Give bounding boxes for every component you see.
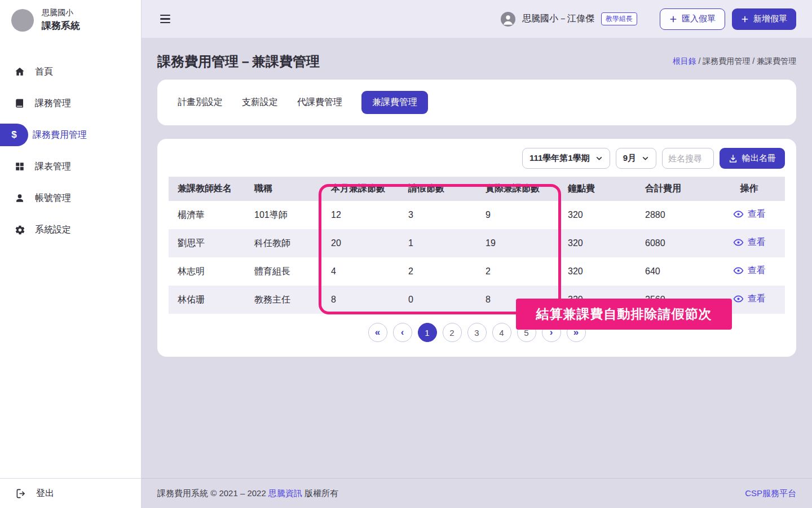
add-leave-label: 新增假單 (753, 14, 787, 24)
plus-icon (669, 15, 677, 23)
actual-periods: 19 (476, 229, 559, 257)
col-job-title: 職稱 (245, 177, 322, 201)
gear-icon (14, 224, 26, 236)
tab-plan-settings[interactable]: 計畫別設定 (178, 91, 223, 114)
monthly-periods: 8 (322, 286, 399, 314)
export-roster-button[interactable]: 輸出名冊 (720, 148, 785, 169)
brand-system: 課務系統 (42, 19, 80, 32)
col-teacher-name: 兼課教師姓名 (169, 177, 245, 201)
semester-value: 111學年第1學期 (529, 153, 590, 164)
add-leave-button[interactable]: 新增假單 (732, 8, 796, 30)
pagination-page-5[interactable]: 5 (517, 323, 536, 342)
monthly-periods: 12 (322, 201, 399, 229)
eye-icon (733, 209, 744, 220)
csp-platform-link[interactable]: CSP服務平台 (745, 488, 796, 499)
monthly-periods: 20 (322, 229, 399, 257)
vendor-link[interactable]: 思騰資訊 (268, 488, 302, 498)
view-link[interactable]: 查看 (733, 293, 766, 305)
tab-payroll-settings[interactable]: 支薪設定 (242, 91, 278, 114)
hourly-rate: 320 (559, 229, 636, 257)
book-icon (14, 97, 26, 110)
col-actions: 操作 (713, 177, 785, 201)
sidebar-item-course-fees[interactable]: $ 課務費用管理 (0, 119, 141, 151)
import-leave-label: 匯入假單 (682, 14, 716, 24)
pagination-page-2[interactable]: 2 (443, 323, 462, 342)
pagination: « ‹ 1 2 3 4 5 › » (169, 323, 785, 342)
eye-icon (733, 237, 744, 248)
sidebar-item-settings[interactable]: 系統設定 (0, 214, 141, 246)
month-value: 9月 (623, 153, 636, 164)
table-row: 劉思平 科任教師 20 1 19 320 6080 (169, 229, 785, 257)
school-logo-avatar (11, 9, 34, 32)
sidebar-item-label: 帳號管理 (35, 192, 71, 204)
col-hourly-rate: 鐘點費 (559, 177, 636, 201)
logout-label: 登出 (36, 488, 54, 500)
teacher-name: 林佑珊 (169, 286, 245, 314)
sidebar-item-home[interactable]: 首頁 (0, 56, 141, 87)
view-link[interactable]: 查看 (733, 208, 766, 220)
leave-periods: 2 (399, 257, 476, 286)
month-select[interactable]: 9月 (616, 148, 656, 169)
job-title: 教務主任 (245, 286, 322, 314)
sidebar-nav: 首頁 課務管理 $ 課務費用管理 課表管理 (0, 56, 141, 246)
actual-periods: 8 (476, 286, 559, 314)
table-row: 林志明 體育組長 4 2 2 320 640 (169, 257, 785, 286)
tab-parttime-fees[interactable]: 兼課費管理 (361, 91, 428, 114)
hourly-rate: 320 (559, 257, 636, 286)
home-icon (14, 65, 26, 78)
pagination-next-button[interactable]: › (542, 323, 561, 342)
sidebar-item-timetable[interactable]: 課表管理 (0, 151, 141, 182)
pagination-prev-button[interactable]: ‹ (393, 323, 412, 342)
import-leave-button[interactable]: 匯入假單 (660, 8, 725, 30)
breadcrumb-rest: / 課務費用管理 / 兼課費管理 (696, 56, 796, 65)
view-label: 查看 (748, 265, 766, 277)
breadcrumb-root-link[interactable]: 根目錄 (673, 56, 696, 65)
total-fee: 640 (636, 257, 713, 286)
leave-periods: 3 (399, 201, 476, 229)
leave-periods: 1 (399, 229, 476, 257)
app-root: 思騰國小 課務系統 首頁 課務管理 $ 課務費用管理 (0, 0, 812, 508)
action-cell: 查看 (713, 286, 785, 314)
pagination-page-3[interactable]: 3 (467, 323, 487, 342)
pagination-last-button[interactable]: » (567, 323, 586, 342)
total-fee: 2560 (636, 286, 713, 314)
name-search-input[interactable] (662, 148, 714, 169)
brand-school: 思騰國小 (42, 8, 80, 18)
semester-select[interactable]: 111學年第1學期 (522, 148, 610, 169)
content: 課務費用管理－兼課費管理 根目錄 / 課務費用管理 / 兼課費管理 計畫別設定 … (142, 38, 812, 478)
main-column: 思騰國小－江偉傑 教學組長 匯入假單 新增假單 課務費用管理－兼課 (142, 0, 812, 508)
col-actual-periods: 實際兼課節數 (476, 177, 559, 201)
view-label: 查看 (748, 293, 766, 305)
breadcrumb: 根目錄 / 課務費用管理 / 兼課費管理 (673, 56, 796, 67)
sidebar-item-accounts[interactable]: 帳號管理 (0, 182, 141, 214)
view-link[interactable]: 查看 (733, 265, 766, 277)
sidebar-item-course-management[interactable]: 課務管理 (0, 87, 141, 119)
hourly-rate: 320 (559, 286, 636, 314)
page-title: 課務費用管理－兼課費管理 (157, 52, 320, 71)
view-label: 查看 (748, 237, 766, 248)
pagination-page-4[interactable]: 4 (492, 323, 511, 342)
sidebar-item-label: 課務費用管理 (33, 129, 87, 141)
logout-button[interactable]: 登出 (0, 478, 141, 508)
user-icon (14, 192, 26, 204)
leave-periods: 0 (399, 286, 476, 314)
col-total-fee: 合計費用 (636, 177, 713, 201)
table-row: 楊濟華 101導師 12 3 9 320 2880 (169, 201, 785, 229)
total-fee: 6080 (636, 229, 713, 257)
hamburger-menu-icon[interactable] (157, 12, 173, 27)
job-title: 體育組長 (245, 257, 322, 286)
job-title: 101導師 (245, 201, 322, 229)
teacher-name: 林志明 (169, 257, 245, 286)
tab-substitute-fees[interactable]: 代課費管理 (297, 91, 342, 114)
hourly-rate: 320 (559, 201, 636, 229)
topbar: 思騰國小－江偉傑 教學組長 匯入假單 新增假單 (142, 0, 812, 38)
job-title: 科任教師 (245, 229, 322, 257)
page-head: 課務費用管理－兼課費管理 根目錄 / 課務費用管理 / 兼課費管理 (157, 52, 796, 71)
view-link[interactable]: 查看 (733, 237, 766, 248)
pagination-page-1[interactable]: 1 (418, 323, 437, 342)
user-name: 思騰國小－江偉傑 (522, 13, 594, 25)
action-cell: 查看 (713, 229, 785, 257)
sidebar-item-label: 課務管理 (35, 98, 71, 110)
pagination-first-button[interactable]: « (368, 323, 387, 342)
sidebar-item-label: 系統設定 (35, 224, 71, 236)
